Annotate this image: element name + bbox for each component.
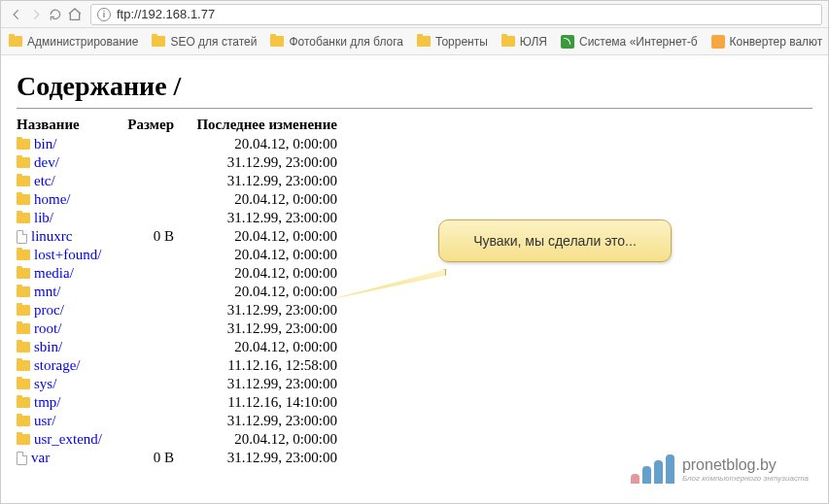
file-size: 0 B	[123, 228, 182, 245]
info-icon[interactable]: i	[97, 8, 111, 21]
bars-icon	[631, 454, 674, 484]
col-name: Название	[17, 117, 123, 133]
file-date: 11.12.16, 14:10:00	[182, 394, 337, 411]
folder-icon	[17, 194, 30, 205]
file-link[interactable]: proc/	[34, 302, 64, 319]
table-row: lib/31.12.99, 23:00:00	[17, 209, 812, 227]
bookmark-item[interactable]: SEO для статей	[152, 35, 257, 49]
page-content: Содержание / Название Размер Последнее и…	[1, 55, 828, 483]
file-date: 31.12.99, 23:00:00	[182, 413, 337, 429]
file-date: 20.04.12, 0:00:00	[182, 136, 337, 152]
table-row: linuxrc0 B20.04.12, 0:00:00	[17, 227, 812, 246]
file-link[interactable]: tmp/	[34, 394, 61, 411]
bookmark-item[interactable]: Фотобанки для блога	[270, 35, 403, 49]
table-row: dev/31.12.99, 23:00:00	[17, 153, 812, 172]
file-date: 31.12.99, 23:00:00	[182, 320, 337, 337]
file-link[interactable]: media/	[34, 265, 74, 282]
directory-listing: Название Размер Последнее изменение bin/…	[17, 117, 812, 467]
file-date: 31.12.99, 23:00:00	[182, 173, 337, 189]
folder-icon	[17, 286, 30, 297]
file-date: 20.04.12, 0:00:00	[182, 339, 337, 355]
file-link[interactable]: dev/	[34, 154, 59, 171]
folder-icon	[17, 157, 30, 168]
listing-header: Название Размер Последнее изменение	[17, 117, 812, 133]
home-icon	[67, 7, 83, 22]
bookmark-item[interactable]: Администрирование	[9, 35, 138, 49]
watermark-title: pronetblog.by	[682, 456, 809, 474]
home-button[interactable]	[65, 5, 85, 24]
callout-bubble: Чуваки, мы сделали это...	[438, 219, 672, 262]
address-bar[interactable]: i ftp://192.168.1.77	[90, 4, 822, 25]
folder-icon	[17, 416, 30, 426]
reload-button[interactable]	[46, 5, 65, 24]
folder-icon	[17, 268, 30, 279]
back-button[interactable]	[7, 5, 26, 24]
file-date: 31.12.99, 23:00:00	[182, 302, 337, 319]
file-date: 11.12.16, 12:58:00	[182, 357, 337, 374]
rss-icon	[561, 35, 574, 49]
folder-icon	[17, 434, 30, 445]
folder-icon	[152, 36, 165, 47]
file-link[interactable]: usr_extend/	[34, 431, 102, 448]
table-row: usr_extend/20.04.12, 0:00:00	[17, 430, 812, 449]
bookmark-item[interactable]: Конвертер валют	[711, 35, 823, 49]
bookmark-label: Фотобанки для блога	[289, 35, 403, 49]
file-link[interactable]: linuxrc	[31, 228, 73, 245]
file-link[interactable]: lib/	[34, 210, 53, 226]
folder-icon	[501, 36, 515, 47]
folder-icon	[17, 213, 30, 223]
file-link[interactable]: storage/	[34, 357, 80, 374]
file-link[interactable]: root/	[34, 320, 61, 337]
file-date: 31.12.99, 23:00:00	[182, 210, 337, 226]
forward-button[interactable]	[26, 5, 46, 24]
app-icon	[711, 35, 725, 49]
file-date: 20.04.12, 0:00:00	[182, 431, 337, 448]
table-row: etc/31.12.99, 23:00:00	[17, 172, 812, 190]
bookmark-label: Конвертер валют	[730, 35, 823, 49]
file-date: 20.04.12, 0:00:00	[182, 247, 337, 263]
file-link[interactable]: bin/	[34, 136, 56, 152]
bookmark-item[interactable]: ЮЛЯ	[501, 35, 547, 49]
url-text: ftp://192.168.1.77	[117, 7, 215, 21]
table-row: usr/31.12.99, 23:00:00	[17, 412, 812, 430]
reload-icon	[49, 8, 62, 21]
file-date: 31.12.99, 23:00:00	[182, 376, 337, 392]
page-title: Содержание /	[17, 71, 812, 102]
folder-icon	[417, 36, 431, 47]
table-row: mnt/20.04.12, 0:00:00	[17, 283, 812, 301]
callout-text: Чуваки, мы сделали это...	[473, 233, 637, 249]
folder-icon	[17, 342, 30, 353]
file-link[interactable]: mnt/	[34, 284, 61, 300]
file-link[interactable]: var	[31, 450, 50, 466]
table-row: sbin/20.04.12, 0:00:00	[17, 338, 812, 356]
file-link[interactable]: home/	[34, 191, 71, 208]
folder-icon	[17, 360, 30, 371]
table-row: tmp/11.12.16, 14:10:00	[17, 393, 812, 412]
bookmark-item[interactable]: Система «Интернет-б	[561, 35, 698, 49]
browser-toolbar: i ftp://192.168.1.77	[1, 1, 828, 28]
folder-icon	[9, 36, 22, 47]
table-row: bin/20.04.12, 0:00:00	[17, 135, 812, 153]
file-date: 20.04.12, 0:00:00	[182, 191, 337, 208]
file-icon	[17, 230, 27, 244]
file-date: 20.04.12, 0:00:00	[182, 284, 337, 300]
file-link[interactable]: usr/	[34, 413, 56, 429]
col-size: Размер	[123, 117, 182, 133]
bookmarks-bar: АдминистрированиеSEO для статейФотобанки…	[1, 28, 828, 55]
folder-icon	[17, 139, 30, 150]
table-row: proc/31.12.99, 23:00:00	[17, 301, 812, 319]
folder-icon	[17, 250, 30, 260]
file-link[interactable]: sbin/	[34, 339, 62, 355]
bookmark-item[interactable]: Торренты	[417, 35, 488, 49]
watermark: pronetblog.by Блог компьютерного энтузиа…	[631, 454, 809, 484]
file-link[interactable]: sys/	[34, 376, 56, 392]
table-row: sys/31.12.99, 23:00:00	[17, 375, 812, 393]
bookmark-label: Система «Интернет-б	[579, 35, 698, 49]
bookmark-label: SEO для статей	[170, 35, 257, 49]
arrow-right-icon	[29, 8, 43, 21]
file-size: 0 B	[123, 450, 182, 466]
file-link[interactable]: lost+found/	[34, 247, 101, 263]
file-link[interactable]: etc/	[34, 173, 55, 189]
bookmark-label: Администрирование	[27, 35, 138, 49]
file-date: 31.12.99, 23:00:00	[182, 154, 337, 171]
